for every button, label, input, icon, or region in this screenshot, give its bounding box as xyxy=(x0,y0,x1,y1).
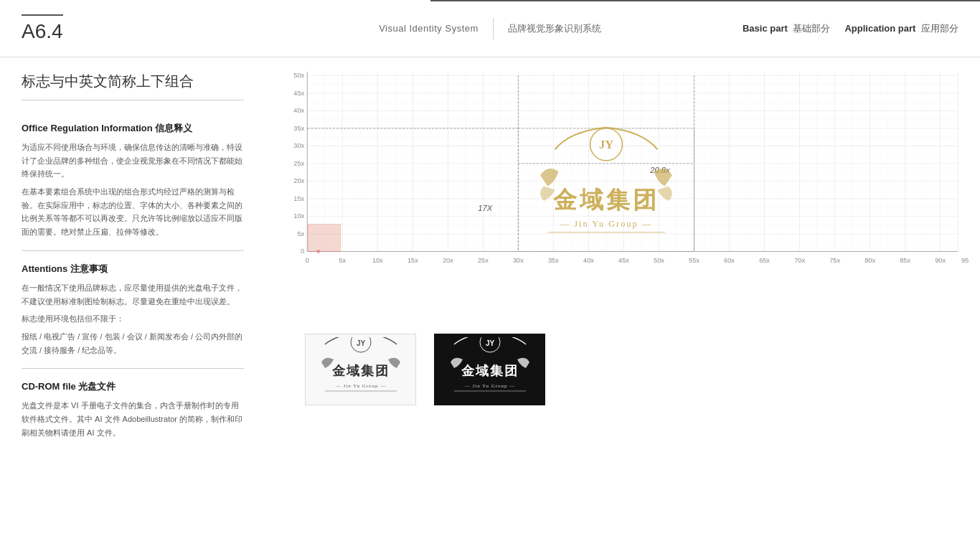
svg-text:— Jin Yu Group —: — Jin Yu Group — xyxy=(463,383,515,389)
logo-light-version: JY 金域集团 — Jin Yu Group — xyxy=(305,334,416,405)
svg-text:35x: 35x xyxy=(293,125,304,132)
section-office-body2: 在基本要素组合系统中出现的组合形式均经过严格的测算与检验。在实际应用中，标志的位… xyxy=(22,185,244,239)
svg-text:金域集团: 金域集团 xyxy=(331,364,390,378)
svg-text:60x: 60x xyxy=(724,257,735,264)
svg-text:40x: 40x xyxy=(293,107,304,114)
svg-text:35x: 35x xyxy=(548,257,559,264)
header-nav: Basic part 基础部分 Application part 应用部分 xyxy=(743,22,958,35)
svg-text:x: x xyxy=(317,248,321,255)
page-number: A6.4 xyxy=(22,14,63,42)
logo-dark-svg: JY 金域集团 — Jin Yu Group — xyxy=(440,337,540,402)
svg-text:75x: 75x xyxy=(829,257,840,264)
nav-basic[interactable]: Basic part 基础部分 xyxy=(743,22,831,35)
svg-text:65x: 65x xyxy=(759,257,770,264)
svg-text:金域集团: 金域集团 xyxy=(461,364,519,378)
header-title-cn: 品牌视觉形象识别系统 xyxy=(508,22,601,35)
svg-text:25x: 25x xyxy=(293,160,304,167)
header-divider xyxy=(493,18,494,39)
svg-text:20x: 20x xyxy=(293,177,304,184)
header: A6.4 Visual Identity System 品牌视觉形象识别系统 B… xyxy=(0,0,980,57)
svg-text:80x: 80x xyxy=(864,257,875,264)
svg-text:0: 0 xyxy=(306,257,309,264)
logo-showcase: JY 金域集团 — Jin Yu Group — JY 金域集团 xyxy=(305,334,545,405)
sidebar-title: 标志与中英文简称上下组合 xyxy=(22,72,244,100)
svg-text:90x: 90x xyxy=(935,257,946,264)
svg-text:JY: JY xyxy=(485,339,494,347)
section-office-body1: 为适应不同使用场合与环境，确保信息传达的清晰与准确，特设计了企业品牌的多种组合，… xyxy=(22,141,244,181)
svg-text:95x: 95x xyxy=(961,257,969,264)
section-office-heading: Office Regulation Information 信息释义 xyxy=(22,122,244,135)
svg-text:0: 0 xyxy=(301,248,304,255)
svg-text:30x: 30x xyxy=(513,257,524,264)
svg-text:40x: 40x xyxy=(583,257,594,264)
svg-text:45x: 45x xyxy=(293,90,304,97)
section-attentions-body3: 报纸 / 电视广告 / 宣传 / 包装 / 会议 / 新闻发布会 / 公司内外部… xyxy=(22,330,244,357)
main-content: 50x 45x 40x 35x 30x 25x 20x 15x 10x 5x 0 xyxy=(265,57,980,551)
divider-1 xyxy=(22,250,244,251)
svg-text:50x: 50x xyxy=(293,72,304,79)
divider-2 xyxy=(22,368,244,369)
section-cdrom-heading: CD-ROM file 光盘文件 xyxy=(22,380,244,393)
svg-text:— Jin Yu Group —: — Jin Yu Group — xyxy=(334,383,386,389)
svg-text:15x: 15x xyxy=(293,195,304,202)
svg-text:45x: 45x xyxy=(618,257,629,264)
svg-text:50x: 50x xyxy=(654,257,664,264)
svg-text:55x: 55x xyxy=(689,257,699,264)
logo-light-svg: JY 金域集团 — Jin Yu Group — xyxy=(311,337,411,402)
svg-text:17X: 17X xyxy=(478,204,492,212)
chart-area: 50x 45x 40x 35x 30x 25x 20x 15x 10x 5x 0 xyxy=(280,65,969,409)
svg-text:JY: JY xyxy=(356,339,365,347)
section-cdrom-body1: 光盘文件是本 VI 手册电子文件的集合，内含手册制作时的专用软件格式文件。其中 … xyxy=(22,399,244,439)
svg-text:20x: 20x xyxy=(443,257,453,264)
svg-text:5x: 5x xyxy=(297,230,304,237)
svg-text:70x: 70x xyxy=(794,257,805,264)
svg-text:15x: 15x xyxy=(407,257,418,264)
header-title-en: Visual Identity System xyxy=(379,23,479,34)
section-attentions-body2: 标志使用环境包括但不限于： xyxy=(22,312,244,326)
header-center: Visual Identity System 品牌视觉形象识别系统 xyxy=(379,18,601,39)
svg-text:— Jin Yu Group —: — Jin Yu Group — xyxy=(560,219,652,229)
svg-text:5x: 5x xyxy=(339,257,346,264)
svg-text:JY: JY xyxy=(599,138,613,151)
sidebar: 标志与中英文简称上下组合 Office Regulation Informati… xyxy=(0,57,265,551)
svg-text:25x: 25x xyxy=(478,257,489,264)
svg-rect-90 xyxy=(308,225,340,252)
svg-text:10x: 10x xyxy=(293,212,304,220)
svg-text:85x: 85x xyxy=(900,257,910,264)
nav-application[interactable]: Application part 应用部分 xyxy=(844,22,958,35)
svg-text:30x: 30x xyxy=(293,142,304,149)
logo-dark-version: JY 金域集团 — Jin Yu Group — xyxy=(434,334,545,405)
section-attentions-heading: Attentions 注意事项 xyxy=(22,263,244,276)
svg-text:金域集团: 金域集团 xyxy=(552,187,659,213)
svg-text:10x: 10x xyxy=(372,257,383,264)
section-attentions-body1: 在一般情况下使用品牌标志，应尽量使用提供的光盘电子文件，不建议使用标准制图绘制标… xyxy=(22,281,244,308)
